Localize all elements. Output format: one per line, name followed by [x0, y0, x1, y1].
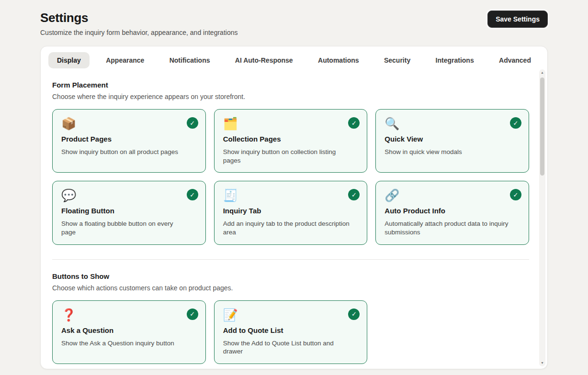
tab-security[interactable]: Security — [375, 52, 419, 68]
tab-ai-auto-response[interactable]: AI Auto-Response — [226, 52, 302, 68]
check-icon: ✓ — [510, 117, 521, 129]
buttons-to-show-grid: ❓ Ask a Question Show the Ask a Question… — [52, 300, 529, 364]
option-description: Show in quick view modals — [384, 148, 511, 156]
question-mark-icon: ❓ — [61, 308, 197, 322]
tab-notifications[interactable]: Notifications — [161, 52, 219, 68]
scrollbar[interactable]: ▲ ▼ — [539, 69, 545, 366]
folder-icon: 🗂️ — [223, 117, 359, 131]
scroll-up-icon[interactable]: ▲ — [539, 69, 545, 76]
option-description: Show the Ask a Question inquiry button — [61, 339, 188, 348]
option-title: Inquiry Tab — [223, 207, 359, 215]
option-title: Collection Pages — [223, 135, 359, 143]
option-title: Quick View — [384, 135, 520, 143]
package-icon: 📦 — [61, 117, 197, 131]
memo-icon: 📝 — [223, 308, 359, 322]
section-buttons-to-show: Buttons to Show Choose which actions cus… — [52, 272, 529, 364]
option-card-add-to-quote-list[interactable]: 📝 Add to Quote List Show the Add to Quot… — [214, 300, 368, 364]
save-settings-button[interactable]: Save Settings — [487, 11, 548, 28]
receipt-icon: 🧾 — [223, 188, 359, 202]
option-card-product-pages[interactable]: 📦 Product Pages Show inquiry button on a… — [52, 109, 206, 173]
option-description: Show a floating bubble button on every p… — [61, 220, 188, 237]
section-subheading: Choose where the inquiry experience appe… — [52, 93, 529, 100]
section-form-placement: Form Placement Choose where the inquiry … — [52, 81, 529, 245]
settings-page: Settings Customize the inquiry form beha… — [0, 0, 588, 369]
option-description: Show the Add to Quote List button and dr… — [223, 339, 350, 356]
option-title: Product Pages — [61, 135, 197, 143]
option-title: Add to Quote List — [223, 326, 359, 334]
settings-card: Display Appearance Notifications AI Auto… — [40, 46, 548, 369]
page-subtitle: Customize the inquiry form behavior, app… — [40, 29, 237, 36]
tab-display[interactable]: Display — [48, 52, 90, 68]
check-icon: ✓ — [187, 189, 198, 200]
page-title: Settings — [40, 11, 237, 25]
option-description: Add an inquiry tab to the product descri… — [223, 220, 350, 237]
header-text: Settings Customize the inquiry form beha… — [40, 11, 237, 36]
option-title: Ask a Question — [61, 326, 197, 334]
scroll-down-icon[interactable]: ▼ — [539, 360, 545, 366]
check-icon: ✓ — [187, 309, 198, 320]
option-card-auto-product-info[interactable]: 🔗 Auto Product Info Automatically attach… — [375, 181, 529, 244]
tab-appearance[interactable]: Appearance — [97, 52, 153, 68]
section-heading: Form Placement — [52, 81, 529, 89]
option-description: Show inquiry button on all product pages — [61, 148, 188, 156]
option-description: Show inquiry button on collection listin… — [223, 148, 350, 165]
section-heading: Buttons to Show — [52, 272, 529, 280]
magnifier-icon: 🔍 — [384, 117, 520, 131]
option-card-ask-a-question[interactable]: ❓ Ask a Question Show the Ask a Question… — [52, 300, 206, 364]
option-card-collection-pages[interactable]: 🗂️ Collection Pages Show inquiry button … — [214, 109, 368, 173]
check-icon: ✓ — [187, 117, 198, 129]
section-subheading: Choose which actions customers can take … — [52, 284, 529, 292]
settings-tabbar: Display Appearance Notifications AI Auto… — [41, 46, 547, 73]
option-description: Automatically attach product data to inq… — [384, 220, 511, 237]
scrollbar-thumb[interactable] — [540, 77, 544, 176]
check-icon: ✓ — [348, 309, 360, 320]
section-divider — [52, 259, 529, 260]
option-title: Auto Product Info — [384, 207, 520, 215]
page-header: Settings Customize the inquiry form beha… — [40, 11, 548, 36]
option-title: Floating Button — [61, 207, 197, 215]
display-tab-content: Form Placement Choose where the inquiry … — [41, 73, 547, 364]
speech-bubble-icon: 💬 — [61, 188, 197, 202]
option-card-quick-view[interactable]: 🔍 Quick View Show in quick view modals ✓ — [375, 109, 529, 173]
tab-automations[interactable]: Automations — [309, 52, 368, 68]
form-placement-grid: 📦 Product Pages Show inquiry button on a… — [52, 109, 529, 245]
option-card-floating-button[interactable]: 💬 Floating Button Show a floating bubble… — [52, 181, 206, 244]
tab-integrations[interactable]: Integrations — [427, 52, 483, 68]
option-card-inquiry-tab[interactable]: 🧾 Inquiry Tab Add an inquiry tab to the … — [214, 181, 368, 244]
link-icon: 🔗 — [384, 188, 520, 202]
tab-advanced[interactable]: Advanced — [490, 52, 540, 68]
